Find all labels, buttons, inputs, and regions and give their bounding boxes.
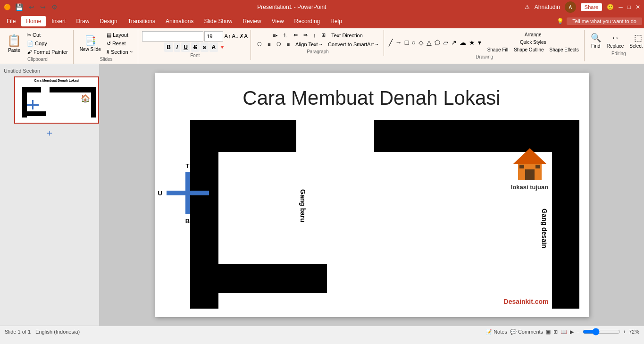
cut-button[interactable]: ✂ Cut — [25, 31, 70, 39]
save-icon[interactable]: 💾 — [14, 3, 25, 11]
shape-arrow[interactable]: → — [394, 38, 403, 47]
gang-desain-label: Gang desain — [538, 181, 551, 276]
text-direction-button[interactable]: Text Direction — [329, 32, 365, 39]
comments-button[interactable]: 💬 Comments — [510, 329, 543, 335]
strikethrough-button[interactable]: S — [191, 42, 200, 52]
select-button[interactable]: ⬚ Select ~ — [627, 31, 644, 50]
notes-button[interactable]: 📝 Notes — [485, 329, 507, 335]
shape-line[interactable]: ╱ — [388, 38, 393, 47]
justify[interactable]: ≡ — [284, 41, 292, 48]
line-spacing[interactable]: ↕ — [311, 32, 318, 39]
quick-styles-button[interactable]: Quick Styles — [485, 39, 581, 46]
shape-effects-button[interactable]: Shape Effects — [547, 46, 581, 53]
shadow-button[interactable]: s — [201, 42, 209, 52]
view-reading-icon[interactable]: 📖 — [560, 329, 567, 335]
svg-rect-4 — [535, 165, 540, 168]
share-button[interactable]: Share — [581, 3, 602, 11]
italic-button[interactable]: I — [174, 42, 180, 52]
menu-review[interactable]: Review — [238, 16, 266, 26]
convert-smartart-button[interactable]: Convert to SmartArt ~ — [326, 41, 381, 48]
menu-design[interactable]: Design — [95, 16, 122, 26]
zoom-slider[interactable] — [583, 328, 620, 336]
font-label: Font — [190, 53, 200, 59]
menu-slideshow[interactable]: Slide Show — [199, 16, 237, 26]
menu-transitions[interactable]: Transitions — [123, 16, 160, 26]
shape-outline-button[interactable]: Shape Outline — [511, 46, 546, 53]
svg-rect-2 — [525, 169, 535, 180]
replace-button[interactable]: ↔ Replace — [604, 32, 627, 50]
font-size-input[interactable] — [204, 31, 223, 42]
shape-star[interactable]: ★ — [468, 38, 476, 47]
arrange-button[interactable]: Arrange — [485, 31, 581, 38]
shape-curved-arrow[interactable]: ↗ — [450, 38, 458, 47]
customize-icon[interactable]: ⚙ — [50, 3, 59, 11]
close-button[interactable]: ✕ — [636, 4, 640, 10]
menu-view[interactable]: View — [267, 16, 289, 26]
new-slide-button[interactable]: 📑 New Slide — [77, 34, 103, 53]
bullets-button[interactable]: ≡• — [270, 32, 280, 39]
section-button[interactable]: § Section ~ — [104, 48, 135, 56]
add-slide-button[interactable]: ＋ — [4, 126, 95, 139]
paste-button[interactable]: 📋 Paste — [5, 33, 24, 54]
shape-diamond[interactable]: ◇ — [418, 38, 425, 47]
numbering-button[interactable]: 1. — [281, 32, 290, 39]
smiley-icon: 🙂 — [607, 4, 614, 10]
align-center[interactable]: ≡ — [265, 41, 273, 48]
search-bar[interactable]: Tell me what you want to do — [567, 17, 642, 25]
redo-icon[interactable]: ↪ — [39, 3, 47, 11]
zoom-in-button[interactable]: + — [623, 329, 626, 335]
clipboard-label: Clipboard — [27, 57, 48, 63]
zoom-out-button[interactable]: − — [577, 329, 579, 335]
slides-label: Slides — [100, 57, 112, 63]
menu-help[interactable]: Help — [326, 16, 347, 26]
bold-button[interactable]: B — [164, 42, 173, 52]
font-color-picker[interactable]: 🔻 — [219, 44, 226, 50]
view-slide-sorter-icon[interactable]: ⊞ — [553, 329, 558, 335]
thumb-road-bottom — [22, 111, 46, 116]
underline-button[interactable]: U — [181, 42, 190, 52]
slide-thumbnail[interactable]: Cara Membuat Denah Lokasi 🏠 — [14, 76, 99, 124]
gang-baru-label: Gang baru — [296, 165, 309, 247]
menu-home[interactable]: Home — [21, 16, 46, 26]
menu-file[interactable]: File — [2, 16, 20, 26]
slide-canvas[interactable]: Cara Membuat Denah Lokasi Gang baru Gang… — [155, 73, 589, 317]
format-painter-button[interactable]: 🖌 Format Painter — [25, 48, 70, 56]
columns-button[interactable]: ⊞ — [319, 31, 328, 39]
menu-animations[interactable]: Animations — [161, 16, 198, 26]
thumb-road-tr — [50, 87, 96, 92]
minimize-button[interactable]: ─ — [619, 4, 623, 10]
ribbon-group-paragraph: ≡• 1. ⇐ ⇒ ↕ ⊞ Text Direction ⬡ ≡ ⬡ ≡ Ali… — [252, 30, 384, 56]
align-left[interactable]: ⬡ — [255, 40, 264, 48]
status-left: Slide 1 of 1 English (Indonesia) — [5, 329, 80, 335]
reset-button[interactable]: ↺ Reset — [104, 40, 135, 48]
menu-draw[interactable]: Draw — [71, 16, 94, 26]
copy-button[interactable]: 📄 Copy — [25, 40, 70, 48]
shape-more[interactable]: ▾ — [477, 38, 482, 47]
shape-cloud[interactable]: ☁ — [459, 38, 467, 47]
menu-insert[interactable]: Insert — [47, 16, 70, 26]
shape-pentagon[interactable]: ⬠ — [434, 38, 441, 47]
find-button[interactable]: 🔍 Find — [588, 31, 603, 50]
shape-fill-button[interactable]: Shape Fill — [485, 46, 510, 53]
layout-button[interactable]: ▤ Layout — [104, 31, 135, 39]
font-color-button[interactable]: A — [209, 42, 218, 52]
align-text-button[interactable]: Align Text ~ — [293, 41, 325, 48]
font-name-input[interactable] — [142, 31, 203, 42]
restore-button[interactable]: □ — [627, 4, 631, 10]
shape-circle[interactable]: ○ — [410, 38, 416, 47]
indent-increase[interactable]: ⇒ — [301, 31, 310, 39]
menu-recording[interactable]: Recording — [290, 16, 325, 26]
indent-decrease[interactable]: ⇐ — [291, 31, 300, 39]
undo-icon[interactable]: ↩ — [27, 3, 36, 11]
view-slideshow-icon[interactable]: ▶ — [570, 329, 574, 335]
ribbon-editing-row: 🔍 Find ↔ Replace ⬚ Select ~ — [588, 31, 644, 50]
view-normal-icon[interactable]: ▣ — [546, 329, 551, 335]
font-size-decrease[interactable]: A↓ — [232, 33, 238, 40]
clear-format-button[interactable]: ✗A — [239, 33, 248, 40]
shape-rect[interactable]: □ — [404, 38, 410, 47]
shape-triangle[interactable]: △ — [426, 38, 433, 47]
shape-parallelogram[interactable]: ▱ — [442, 38, 449, 47]
align-right[interactable]: ⬡ — [274, 40, 284, 48]
compass-u: U — [158, 190, 162, 197]
font-size-increase[interactable]: A↑ — [224, 33, 231, 40]
